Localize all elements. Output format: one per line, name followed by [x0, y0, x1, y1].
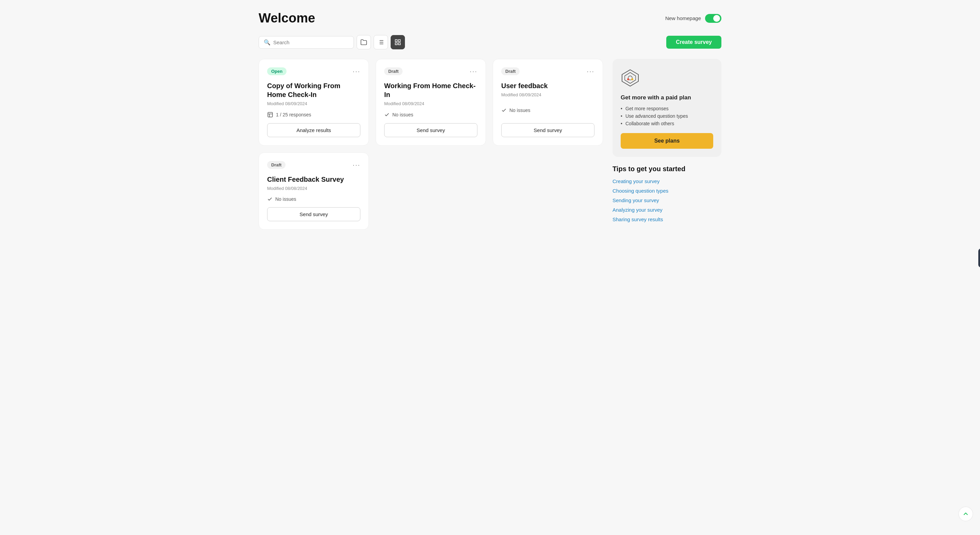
- stat-text: No issues: [509, 108, 530, 113]
- sidebar: Get more with a paid plan Get more respo…: [612, 59, 721, 230]
- see-plans-button[interactable]: See plans: [620, 133, 713, 149]
- tip-item: Analyzing your survey: [612, 207, 721, 213]
- tips-title: Tips to get you started: [612, 165, 721, 173]
- status-badge: Draft: [267, 161, 285, 169]
- stat-text: No issues: [275, 196, 296, 202]
- svg-rect-8: [395, 43, 398, 45]
- card-header: Draft ···: [384, 67, 477, 75]
- svg-point-15: [631, 78, 633, 80]
- tip-link[interactable]: Creating your survey: [612, 178, 659, 184]
- svg-rect-9: [398, 43, 401, 45]
- card-modified: Modified 08/09/2024: [267, 101, 360, 106]
- card-stat: No issues: [501, 108, 595, 113]
- status-badge: Draft: [501, 67, 520, 75]
- svg-marker-12: [625, 73, 636, 83]
- main-layout: Open ··· Copy of Working From Home Check…: [259, 59, 721, 230]
- paid-plan-card: Get more with a paid plan Get more respo…: [612, 59, 721, 157]
- grid-icon: [395, 39, 401, 46]
- tip-item: Creating your survey: [612, 178, 721, 185]
- svg-rect-7: [398, 40, 401, 42]
- new-homepage-toggle[interactable]: [705, 14, 721, 23]
- survey-card: Draft ··· Working From Home Check-In Mod…: [375, 59, 486, 146]
- create-survey-button[interactable]: Create survey: [666, 36, 721, 49]
- paid-plan-icon: [620, 68, 640, 88]
- page-title: Welcome: [259, 11, 315, 25]
- tip-link[interactable]: Sharing survey results: [612, 217, 663, 222]
- grid-view-button[interactable]: [391, 35, 405, 49]
- more-options-button[interactable]: ···: [469, 67, 477, 75]
- card-modified: Modified 08/09/2024: [384, 101, 477, 106]
- surveys-grid: Open ··· Copy of Working From Home Check…: [259, 59, 603, 230]
- card-modified: Modified 08/09/2024: [501, 92, 595, 97]
- tip-link[interactable]: Analyzing your survey: [612, 207, 662, 213]
- tips-list: Creating your surveyChoosing question ty…: [612, 178, 721, 223]
- paid-plan-benefits: Get more responsesUse advanced question …: [620, 106, 713, 126]
- toolbar: 🔍 Creat: [259, 35, 721, 49]
- tip-item: Sharing survey results: [612, 217, 721, 223]
- paid-plan-title: Get more with a paid plan: [620, 94, 713, 101]
- status-badge: Open: [267, 67, 286, 75]
- header-right: New homepage: [665, 14, 721, 23]
- tip-item: Choosing question types: [612, 188, 721, 194]
- card-title: Copy of Working From Home Check-In: [267, 81, 360, 99]
- svg-rect-10: [268, 112, 272, 117]
- card-action-button[interactable]: Send survey: [267, 207, 360, 221]
- benefit-item: Get more responses: [620, 106, 713, 111]
- more-options-button[interactable]: ···: [353, 161, 360, 169]
- survey-card: Open ··· Copy of Working From Home Check…: [259, 59, 369, 146]
- benefit-item: Use advanced question types: [620, 113, 713, 119]
- page-header: Welcome New homepage: [259, 11, 721, 25]
- search-box[interactable]: 🔍: [259, 36, 354, 49]
- stat-text: No issues: [392, 112, 413, 118]
- status-badge: Draft: [384, 67, 402, 75]
- check-icon: [501, 108, 507, 113]
- folder-icon: [360, 39, 367, 46]
- feedback-tab[interactable]: Feedback: [978, 248, 980, 268]
- stat-text: 1 / 25 responses: [276, 112, 311, 118]
- card-header: Open ···: [267, 67, 360, 75]
- card-stat: No issues: [384, 112, 477, 118]
- check-icon: [384, 112, 390, 118]
- svg-point-14: [627, 78, 629, 80]
- new-homepage-label: New homepage: [665, 15, 701, 21]
- benefit-item: Collaborate with others: [620, 121, 713, 126]
- svg-rect-6: [395, 40, 398, 42]
- more-options-button[interactable]: ···: [353, 67, 360, 75]
- card-stat: 1 / 25 responses: [267, 111, 360, 118]
- card-action-button[interactable]: Send survey: [384, 123, 477, 137]
- list-view-button[interactable]: [374, 35, 388, 49]
- card-modified: Modified 08/08/2024: [267, 186, 360, 191]
- survey-card: Draft ··· User feedback Modified 08/09/2…: [493, 59, 603, 146]
- tip-link[interactable]: Sending your survey: [612, 197, 659, 203]
- card-stat: No issues: [267, 196, 360, 202]
- responses-icon: [267, 111, 273, 118]
- card-header: Draft ···: [501, 67, 595, 75]
- arrow-up-icon: [962, 510, 969, 517]
- tips-section: Tips to get you started Creating your su…: [612, 165, 721, 223]
- search-icon: 🔍: [264, 39, 270, 46]
- tip-link[interactable]: Choosing question types: [612, 188, 668, 194]
- tip-item: Sending your survey: [612, 197, 721, 204]
- card-title: Working From Home Check-In: [384, 81, 477, 99]
- list-icon: [377, 39, 384, 46]
- scroll-top-button[interactable]: [958, 506, 973, 521]
- folder-view-button[interactable]: [356, 35, 371, 49]
- card-action-button[interactable]: Analyze results: [267, 123, 360, 137]
- card-title: Client Feedback Survey: [267, 175, 360, 184]
- more-options-button[interactable]: ···: [587, 67, 595, 75]
- search-input[interactable]: [273, 40, 349, 45]
- toggle-knob: [713, 15, 720, 22]
- check-icon: [267, 196, 272, 202]
- survey-card: Draft ··· Client Feedback Survey Modifie…: [259, 153, 369, 230]
- card-header: Draft ···: [267, 161, 360, 169]
- card-title: User feedback: [501, 81, 595, 90]
- card-action-button[interactable]: Send survey: [501, 123, 595, 137]
